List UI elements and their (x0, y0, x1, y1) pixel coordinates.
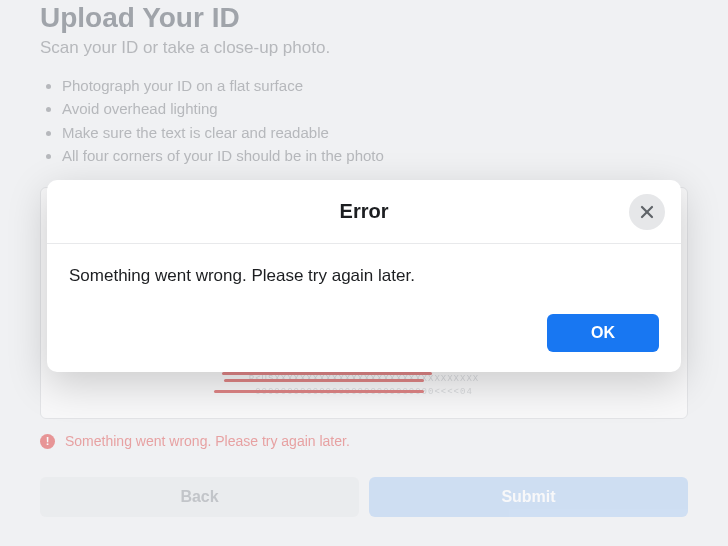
tip-item: Photograph your ID on a flat surface (62, 74, 688, 97)
tip-item: Make sure the text is clear and readable (62, 121, 688, 144)
modal-ok-button[interactable]: OK (547, 314, 659, 352)
submit-button[interactable]: Submit (369, 477, 688, 517)
back-button[interactable]: Back (40, 477, 359, 517)
page-subtitle: Scan your ID or take a close-up photo. (40, 38, 688, 58)
modal-title: Error (340, 200, 389, 223)
tip-item: All four corners of your ID should be in… (62, 144, 688, 167)
inline-error: ! Something went wrong. Please try again… (40, 433, 688, 449)
error-icon: ! (40, 434, 55, 449)
id-mrz-redacted: P<USXXXXXXXXXXXXXXXXXXXXXXXXXXXXXXXX 000… (214, 370, 514, 404)
inline-error-text: Something went wrong. Please try again l… (65, 433, 350, 449)
modal-message: Something went wrong. Please try again l… (69, 266, 659, 286)
tip-item: Avoid overhead lighting (62, 97, 688, 120)
tip-list: Photograph your ID on a flat surface Avo… (40, 74, 688, 167)
error-modal: Error Something went wrong. Please try a… (47, 180, 681, 372)
modal-close-button[interactable] (629, 194, 665, 230)
page-title: Upload Your ID (40, 2, 688, 34)
close-icon (639, 204, 655, 220)
